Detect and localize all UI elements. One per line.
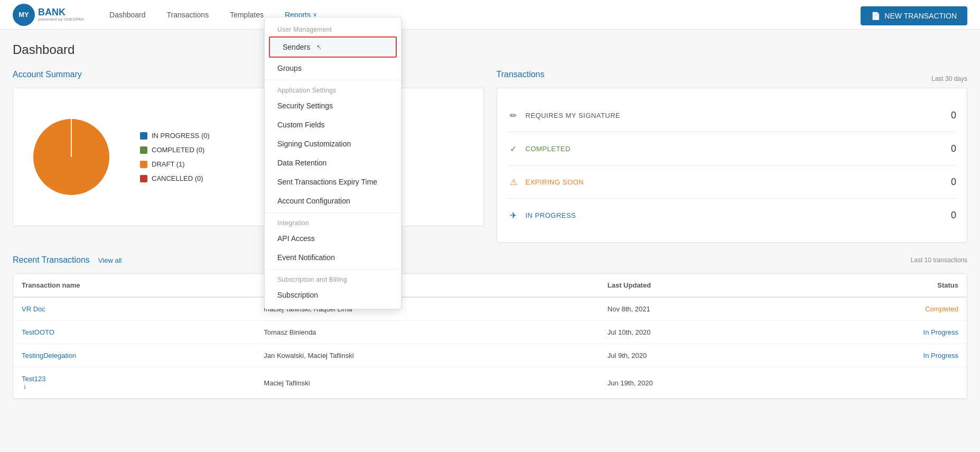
recent-title: Recent Transactions <box>13 255 90 265</box>
logo[interactable]: MY BANK presented by ONESPAN <box>13 4 84 26</box>
row-name-0: VR Doc <box>13 297 255 321</box>
dropdown-section-integration: Integration <box>265 215 401 229</box>
legend-dot-inprogress <box>140 132 147 140</box>
tx-link-1[interactable]: TestOOTO <box>22 328 247 336</box>
nav-transactions[interactable]: Transactions <box>158 6 218 23</box>
check-icon: ✓ <box>508 143 519 154</box>
main-nav: Dashboard Transactions Templates Reports… <box>101 6 929 23</box>
dropdown-divider-3 <box>265 269 401 270</box>
edit-icon: ✏ <box>508 109 519 121</box>
legend-item-draft: DRAFT (1) <box>140 160 210 168</box>
dropdown-section-billing: Subscription and Billing <box>265 272 401 285</box>
chart-area: IN PROGRESS (0) COMPLETED (0) DRAFT (1) <box>24 99 473 215</box>
legend-label-draft: DRAFT (1) <box>152 160 185 168</box>
stat-value-expiring: 0 <box>951 177 956 188</box>
stat-inprogress: ✈ IN PROGRESS 0 <box>508 199 957 232</box>
stat-left-expiring: ⚠ EXPIRING SOON <box>508 176 584 188</box>
view-all-link[interactable]: View all <box>98 256 122 264</box>
legend-dot-cancelled <box>140 175 147 182</box>
last-transactions-label: Last 10 transactions <box>911 256 967 264</box>
transactions-title: Transactions <box>497 70 545 79</box>
dropdown-item-senders[interactable]: Senders ↖ <box>270 38 396 57</box>
pie-chart <box>24 109 119 205</box>
col-status: Status <box>799 274 967 297</box>
row-recipients-2: Jan Kowalski, Maciej Taflinski <box>255 344 599 367</box>
legend-label-inprogress: IN PROGRESS (0) <box>152 132 210 140</box>
table-header-row: Transaction name Recipients Last Updated… <box>13 274 967 297</box>
row-updated-2: Jul 9th, 2020 <box>599 344 800 367</box>
table-header: Transaction name Recipients Last Updated… <box>13 274 967 297</box>
document-icon: 📄 <box>871 12 880 20</box>
transactions-table-container: Transaction name Recipients Last Updated… <box>13 273 967 399</box>
row-status-3 <box>799 367 967 399</box>
stat-left-inprogress: ✈ IN PROGRESS <box>508 209 576 221</box>
nav-dashboard[interactable]: Dashboard <box>101 6 154 23</box>
row-status-0: Completed <box>799 297 967 321</box>
account-summary-section: Account Summary IN PROGRESS (0) <box>13 70 484 243</box>
legend-dot-completed <box>140 146 147 154</box>
row-recipients-1: Tomasz Binienda <box>255 321 599 344</box>
recent-transactions-section: Recent Transactions View all Last 10 tra… <box>13 255 967 399</box>
stat-value-completed: 0 <box>951 143 956 154</box>
dropdown-divider-2 <box>265 213 401 213</box>
tx-link-2[interactable]: TestingDelegation <box>22 352 247 359</box>
dropdown-item-custom-fields[interactable]: Custom Fields <box>265 115 401 134</box>
row-status-2: In Progress <box>799 344 967 367</box>
logo-icon: MY <box>13 4 35 26</box>
dropdown-item-security[interactable]: Security Settings <box>265 96 401 115</box>
dropdown-item-data-retention[interactable]: Data Retention <box>265 153 401 172</box>
dropdown-section-user-management: User Management <box>265 22 401 35</box>
legend-item-cancelled: CANCELLED (0) <box>140 174 210 182</box>
row-name-2: TestingDelegation <box>13 344 255 367</box>
tx-link-3[interactable]: Test123 <box>22 375 247 383</box>
header: MY BANK presented by ONESPAN Dashboard T… <box>0 0 980 30</box>
dropdown-item-subscription[interactable]: Subscription <box>265 285 401 305</box>
dropdown-divider-1 <box>265 80 401 80</box>
tx-link-0[interactable]: VR Doc <box>22 305 247 313</box>
dropdown-item-event-notification[interactable]: Event Notification <box>265 248 401 267</box>
recent-transactions-header: Recent Transactions View all Last 10 tra… <box>13 255 967 265</box>
legend-item-completed: COMPLETED (0) <box>140 146 210 154</box>
dropdown-item-api[interactable]: API Access <box>265 229 401 248</box>
logo-text-container: BANK presented by ONESPAN <box>38 7 84 22</box>
new-transaction-button[interactable]: 📄 NEW TRANSACTION <box>861 6 967 25</box>
row-updated-3: Jun 19th, 2020 <box>599 367 800 399</box>
col-name: Transaction name <box>13 274 255 297</box>
stat-completed: ✓ COMPLETED 0 <box>508 132 957 165</box>
row-updated-1: Jul 10th, 2020 <box>599 321 800 344</box>
plane-icon: ✈ <box>508 209 519 221</box>
senders-label: Senders <box>283 43 310 51</box>
table-row: TestOOTO Tomasz Binienda Jul 10th, 2020 … <box>13 321 967 344</box>
bank-sub: presented by ONESPAN <box>38 17 84 22</box>
main-content: Dashboard Account Summary IN PROGRESS <box>0 30 980 412</box>
table-row: VR Doc maciej Taflinski, Raquel Lima Nov… <box>13 297 967 321</box>
dropdown-item-groups[interactable]: Groups <box>265 59 401 78</box>
dashboard-grid: Account Summary IN PROGRESS (0) <box>13 70 967 243</box>
dropdown-section-app-settings: Application Settings <box>265 82 401 96</box>
bank-name: BANK <box>38 7 66 17</box>
stat-expiring: ⚠ EXPIRING SOON 0 <box>508 165 957 199</box>
row-recipients-3: Maciej Taflinski <box>255 367 599 399</box>
legend-label-completed: COMPLETED (0) <box>152 146 204 154</box>
legend-dot-draft <box>140 161 147 168</box>
stat-left-completed: ✓ COMPLETED <box>508 143 571 154</box>
senders-highlight-box: Senders ↖ <box>269 36 397 58</box>
info-icon: ℹ <box>24 384 26 390</box>
transactions-summary-section: Transactions Last 30 days ✏ REQUIRES MY … <box>497 70 968 243</box>
page-title: Dashboard <box>13 42 967 57</box>
legend-label-cancelled: CANCELLED (0) <box>152 174 203 182</box>
stat-requires-signature: ✏ REQUIRES MY SIGNATURE 0 <box>508 99 957 132</box>
table-body: VR Doc maciej Taflinski, Raquel Lima Nov… <box>13 297 967 399</box>
dropdown-item-account-config[interactable]: Account Configuration <box>265 191 401 210</box>
transactions-stats-card: ✏ REQUIRES MY SIGNATURE 0 ✓ COMPLETED 0 … <box>497 88 968 243</box>
row-status-1: In Progress <box>799 321 967 344</box>
row-updated-0: Nov 8th, 2021 <box>599 297 800 321</box>
dropdown-item-expiry[interactable]: Sent Transactions Expiry Time <box>265 172 401 191</box>
warning-icon: ⚠ <box>508 176 519 188</box>
transactions-table: Transaction name Recipients Last Updated… <box>13 274 967 399</box>
account-summary-title: Account Summary <box>13 70 484 79</box>
last-days-label: Last 30 days <box>931 75 967 82</box>
stat-label-inprogress: IN PROGRESS <box>526 211 576 219</box>
chart-legend: IN PROGRESS (0) COMPLETED (0) DRAFT (1) <box>140 132 210 182</box>
dropdown-item-signing[interactable]: Signing Customization <box>265 134 401 153</box>
